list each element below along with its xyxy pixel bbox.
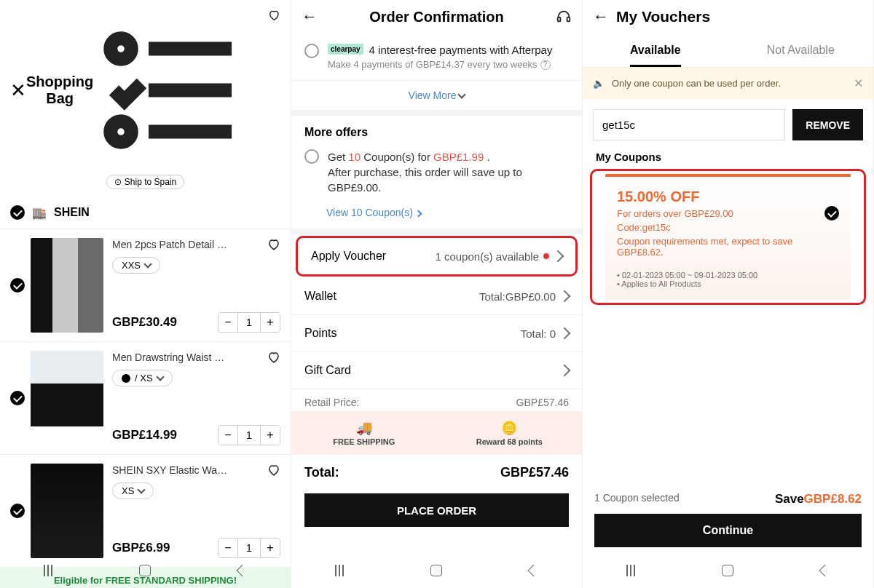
variant-label: XS bbox=[122, 485, 134, 496]
perk-free-shipping: 🚚FREE SHIPPING bbox=[291, 420, 437, 446]
perk-points: 🪙Reward 68 points bbox=[437, 420, 583, 446]
qty-minus[interactable]: − bbox=[219, 426, 237, 445]
notification-dot-icon bbox=[543, 253, 549, 259]
row-label: Points bbox=[304, 327, 336, 340]
back-arrow-icon[interactable]: ← bbox=[593, 7, 609, 26]
coupon-card[interactable]: 15.00% OFF For orders over GBP£29.00 Cod… bbox=[605, 174, 851, 300]
product-thumbnail[interactable] bbox=[31, 464, 103, 558]
variant-selector[interactable]: XXS bbox=[112, 257, 160, 274]
giftcard-row[interactable]: Gift Card bbox=[291, 352, 582, 389]
coupon-code-row: REMOVE bbox=[583, 99, 873, 151]
coupon-selected-icon[interactable] bbox=[824, 206, 839, 220]
close-icon[interactable]: ✕ bbox=[854, 76, 863, 90]
item-checkbox[interactable] bbox=[10, 391, 25, 405]
store-icon: 🏬 bbox=[32, 206, 47, 220]
android-navbar bbox=[583, 557, 873, 584]
page-title: Shopping Bag bbox=[26, 74, 93, 107]
offer-count: 10 bbox=[348, 151, 361, 163]
color-swatch bbox=[122, 374, 130, 383]
back-icon[interactable] bbox=[819, 565, 832, 577]
product-thumbnail[interactable] bbox=[31, 351, 103, 445]
row-label: Wallet bbox=[304, 290, 336, 303]
wishlist-icon[interactable] bbox=[267, 351, 280, 364]
help-icon[interactable]: ? bbox=[540, 60, 551, 70]
close-icon[interactable]: ✕ bbox=[10, 79, 26, 102]
home-icon[interactable] bbox=[430, 565, 442, 576]
retail-label: Retail Price: bbox=[304, 397, 359, 408]
variant-selector[interactable]: XS bbox=[112, 482, 154, 499]
perk-label: Reward bbox=[476, 437, 508, 446]
tab-available[interactable]: Available bbox=[583, 33, 728, 67]
offer-text: Get bbox=[328, 151, 348, 163]
coupon-min: For orders over GBP£29.00 bbox=[617, 208, 839, 219]
ship-to-label: Ship to Spain bbox=[125, 177, 176, 187]
coin-icon: 🪙 bbox=[437, 420, 583, 436]
back-icon[interactable] bbox=[528, 565, 540, 577]
heart-icon[interactable] bbox=[268, 7, 280, 23]
store-name: SHEIN bbox=[54, 206, 90, 219]
header: ← My Vouchers bbox=[583, 0, 873, 33]
home-icon[interactable] bbox=[722, 565, 733, 576]
radio-icon[interactable] bbox=[304, 149, 319, 164]
row-value: Total:GBP£0.00 bbox=[479, 290, 556, 303]
perk-label: points bbox=[516, 437, 543, 446]
qty-plus[interactable]: + bbox=[261, 426, 280, 445]
remove-button[interactable]: REMOVE bbox=[792, 109, 863, 140]
retail-value: GBP£57.46 bbox=[516, 397, 569, 408]
tab-not-available[interactable]: Not Available bbox=[728, 33, 874, 67]
voucher-tabs: Available Not Available bbox=[583, 33, 873, 68]
megaphone-icon: 🔈 bbox=[593, 78, 605, 89]
view-more-link[interactable]: View More bbox=[291, 81, 582, 116]
order-confirmation-screen: ← Order Confirmation clearpay 4 interest… bbox=[291, 0, 583, 588]
continue-button[interactable]: Continue bbox=[594, 514, 862, 547]
wallet-row[interactable]: Wallet Total:GBP£0.00 bbox=[291, 278, 582, 315]
variant-selector[interactable]: / XS bbox=[112, 370, 173, 386]
back-icon[interactable] bbox=[237, 565, 249, 577]
points-row[interactable]: Points Total: 0 bbox=[291, 315, 582, 352]
recents-icon[interactable] bbox=[44, 565, 52, 576]
item-price: GBP£14.99 bbox=[112, 428, 177, 442]
home-icon[interactable] bbox=[139, 565, 151, 576]
wishlist-icon[interactable] bbox=[267, 464, 280, 477]
store-row[interactable]: 🏬 SHEIN bbox=[0, 196, 291, 229]
shopping-bag-screen: ✕ Shopping Bag ⊙ Ship to Spain 🏬 SHEIN M… bbox=[0, 0, 291, 588]
support-icon[interactable] bbox=[556, 9, 572, 25]
radio-icon[interactable] bbox=[304, 44, 319, 58]
row-label: Apply Voucher bbox=[311, 250, 386, 263]
qty-plus[interactable]: + bbox=[261, 313, 280, 332]
back-arrow-icon[interactable]: ← bbox=[302, 7, 318, 26]
qty-plus[interactable]: + bbox=[261, 539, 280, 557]
store-checkbox[interactable] bbox=[10, 205, 25, 220]
afterpay-option[interactable]: clearpay 4 interest-free payments with A… bbox=[291, 33, 582, 81]
recents-icon[interactable] bbox=[335, 565, 344, 576]
recents-icon[interactable] bbox=[626, 565, 635, 576]
coupon-code-input[interactable] bbox=[593, 109, 785, 140]
product-name: SHEIN SXY Elastic Waist B… bbox=[112, 464, 229, 476]
view-coupons-link[interactable]: View 10 Coupon(s) bbox=[291, 204, 582, 234]
afterpay-sublabel: Make 4 payments of GBP£14.37 every two w… bbox=[328, 59, 538, 70]
qty-minus[interactable]: − bbox=[219, 313, 237, 332]
perk-label: FREE SHIPPING bbox=[333, 437, 395, 446]
save-amount: GBP£8.62 bbox=[804, 492, 862, 506]
selected-count: 1 Coupon selected bbox=[594, 492, 680, 506]
chevron-down-icon bbox=[143, 260, 151, 268]
qty-minus[interactable]: − bbox=[219, 539, 237, 557]
item-price: GBP£30.49 bbox=[112, 315, 177, 330]
item-price: GBP£6.99 bbox=[112, 541, 170, 555]
place-order-button[interactable]: PLACE ORDER bbox=[304, 493, 569, 527]
voucher-footer: 1 Coupon selected SaveGBP£8.62 Continue bbox=[583, 485, 873, 555]
product-thumbnail[interactable] bbox=[31, 238, 103, 333]
item-checkbox[interactable] bbox=[10, 504, 25, 518]
chevron-down-icon bbox=[138, 485, 146, 493]
item-checkbox[interactable] bbox=[10, 278, 25, 293]
ship-to-chip[interactable]: ⊙ Ship to Spain bbox=[106, 175, 184, 189]
offer-text: . bbox=[484, 151, 489, 163]
offer-sublabel: After purchase, this order will save up … bbox=[328, 164, 569, 195]
coupon-code: Code:get15c bbox=[617, 222, 839, 233]
list-icon[interactable] bbox=[93, 7, 259, 173]
apply-voucher-row[interactable]: Apply Voucher 1 coupon(s) available bbox=[296, 236, 578, 277]
perk-points-value: 68 bbox=[507, 437, 516, 446]
wishlist-icon[interactable] bbox=[267, 238, 280, 251]
coupon-offer[interactable]: Get 10 Coupon(s) for GBP£1.99 . After pu… bbox=[291, 143, 582, 204]
svg-point-1 bbox=[111, 122, 132, 143]
